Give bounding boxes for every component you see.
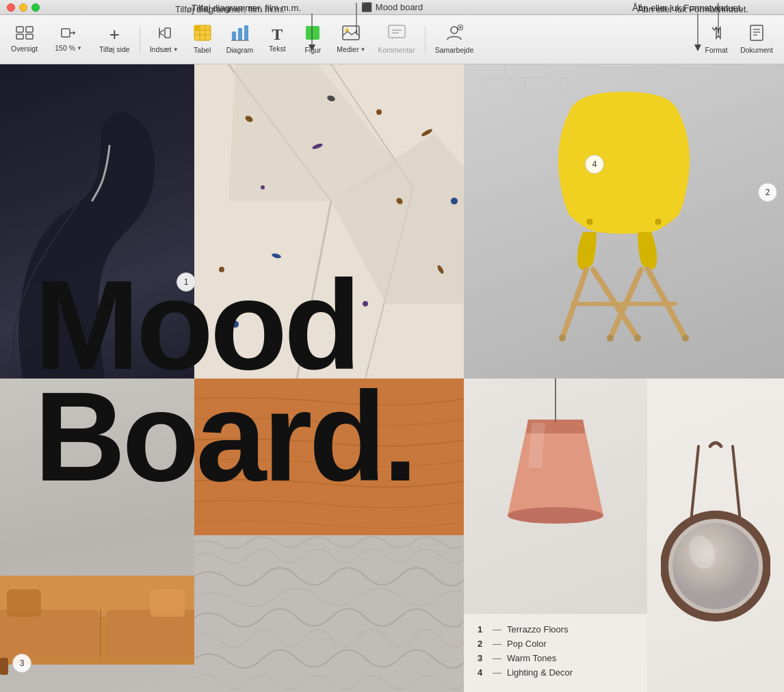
maximize-button[interactable]	[31, 3, 40, 12]
svg-rect-23	[343, 26, 359, 40]
svg-point-50	[343, 281, 347, 285]
media-label: Medier	[337, 45, 358, 53]
svg-rect-70	[106, 610, 194, 658]
overview-icon	[16, 26, 34, 42]
chart-icon	[231, 25, 249, 44]
svg-point-86	[672, 523, 759, 609]
page-badge-4: 4	[585, 155, 604, 174]
svg-point-28	[451, 27, 458, 34]
text-icon: T	[272, 26, 283, 42]
legend-num-2: 2	[478, 639, 487, 649]
svg-rect-52	[464, 64, 505, 78]
add-page-label: Tilføj side	[99, 45, 130, 53]
svg-rect-54	[484, 78, 525, 92]
legend-text-4: Lighting & Decor	[507, 667, 573, 678]
legend-item-3: 3 — Warm Tones	[478, 653, 633, 663]
insert-label: Indsæt	[150, 45, 172, 53]
svg-rect-53	[505, 64, 546, 78]
svg-rect-32	[750, 25, 763, 40]
comment-button[interactable]: Kommentar	[372, 21, 420, 59]
comment-label: Kommentar	[378, 46, 415, 54]
legend-text-1: Terrazzo Floors	[507, 624, 569, 635]
mirror-area	[647, 379, 784, 693]
image-cell-info: 1 — Terrazzo Floors 2 — Pop Color 3 — Wa…	[464, 379, 784, 693]
text-button[interactable]: T Tekst	[260, 21, 294, 59]
document-icon: ⬛	[361, 2, 372, 12]
media-button[interactable]: Medier ▼	[331, 21, 371, 59]
legend-item-4: 4 — Lighting & Decor	[478, 667, 633, 678]
svg-point-81	[508, 507, 603, 524]
media-arrow-icon: ▼	[360, 47, 365, 53]
lamp-area	[464, 379, 647, 615]
document-button[interactable]: Dokument	[735, 21, 779, 59]
format-icon	[708, 25, 724, 44]
image-cell-sofa[interactable]	[0, 379, 194, 693]
legend-item-1: 1 — Terrazzo Floors	[478, 624, 633, 635]
svg-point-64	[634, 335, 641, 342]
media-icon	[342, 25, 360, 43]
chart-label: Diagram	[226, 46, 254, 54]
shape-button[interactable]: Figur	[296, 21, 330, 59]
svg-rect-73	[0, 658, 8, 675]
window-controls[interactable]	[7, 3, 40, 12]
insert-arrow-icon: ▼	[173, 47, 179, 53]
svg-point-66	[655, 219, 661, 225]
svg-rect-20	[244, 25, 248, 40]
legend-dash-3: —	[493, 653, 501, 663]
main-content: 1 — Terrazzo Floors 2 — Pop Color 3 — Wa…	[0, 64, 784, 692]
collaborate-button[interactable]: Samarbejde	[430, 21, 480, 59]
svg-point-61	[559, 335, 566, 342]
svg-rect-17	[194, 25, 200, 30]
zoom-arrow-icon: ▼	[77, 45, 82, 51]
svg-point-41	[363, 301, 368, 307]
window-title: Mood board	[376, 2, 423, 12]
image-cell-yellow-chair[interactable]	[464, 64, 784, 379]
collaborate-label: Samarbejde	[435, 46, 474, 54]
table-button[interactable]: Tabel	[185, 21, 220, 59]
svg-point-48	[261, 185, 265, 190]
svg-rect-4	[16, 27, 23, 32]
legend-num-4: 4	[478, 667, 487, 678]
image-cell-wood[interactable]	[194, 379, 464, 693]
svg-rect-7	[26, 34, 33, 39]
text-label: Tekst	[269, 44, 286, 53]
svg-point-63	[607, 335, 614, 342]
svg-rect-25	[389, 25, 405, 38]
legend-dash-4: —	[493, 667, 501, 678]
shape-icon	[304, 25, 321, 44]
legend-num-3: 3	[478, 653, 487, 663]
table-label: Tabel	[194, 46, 211, 54]
svg-rect-5	[26, 27, 33, 32]
comment-icon	[388, 25, 406, 44]
insert-button[interactable]: Indsæt ▼	[144, 21, 184, 59]
format-button[interactable]: Format	[699, 21, 733, 59]
page-badge-2: 2	[758, 183, 777, 202]
toolbar: Oversigt 150 % ▼ + Tilføj side	[0, 15, 784, 64]
zoom-button[interactable]: 150 % ▼	[44, 21, 92, 59]
add-page-button[interactable]: + Tilføj side	[94, 21, 135, 59]
separator-1	[140, 26, 140, 53]
svg-point-62	[682, 335, 689, 342]
close-button[interactable]	[7, 3, 15, 12]
svg-rect-22	[306, 26, 319, 40]
document-icon	[749, 25, 764, 44]
image-cell-1[interactable]	[0, 64, 194, 379]
svg-rect-69	[0, 610, 99, 658]
image-cell-terrazzo[interactable]	[194, 64, 464, 379]
document-label: Dokument	[740, 46, 773, 54]
svg-rect-79	[194, 535, 464, 692]
svg-rect-77	[151, 589, 185, 617]
minimize-button[interactable]	[19, 3, 27, 12]
svg-point-43	[232, 321, 239, 328]
separator-2	[425, 26, 426, 53]
svg-rect-8	[62, 29, 70, 37]
overview-button[interactable]: Oversigt	[5, 21, 43, 59]
insert-icon	[157, 25, 172, 43]
svg-rect-6	[16, 34, 23, 39]
chart-button[interactable]: Diagram	[221, 21, 259, 59]
svg-rect-11	[165, 28, 170, 38]
legend-text-2: Pop Color	[507, 639, 547, 649]
svg-point-51	[219, 267, 224, 272]
table-icon	[194, 25, 211, 44]
svg-point-49	[451, 198, 458, 205]
